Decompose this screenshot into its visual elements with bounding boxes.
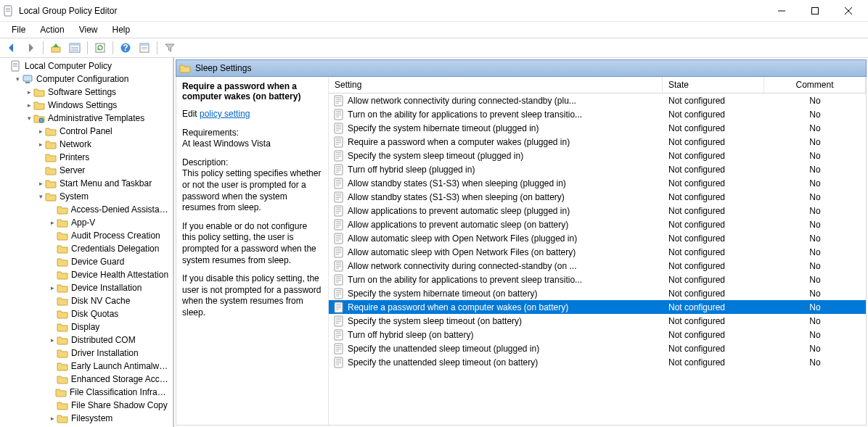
expand-icon[interactable]: ▸ — [25, 88, 33, 96]
tree-start-menu[interactable]: ▸Start Menu and Taskbar — [36, 177, 173, 190]
maximize-button[interactable] — [798, 0, 832, 22]
up-level-button[interactable] — [47, 40, 65, 56]
policy-row[interactable]: Allow standby states (S1-S3) when sleepi… — [329, 190, 866, 204]
edit-label: Edit — [182, 109, 200, 119]
policy-row[interactable]: Allow network connectivity during connec… — [329, 259, 866, 273]
policy-row[interactable]: Specify the system hibernate timeout (on… — [329, 286, 866, 300]
menu-action[interactable]: Action — [33, 23, 71, 36]
policy-row[interactable]: Allow applications to prevent automatic … — [329, 204, 866, 217]
back-button[interactable] — [3, 40, 20, 56]
tree-label: Computer Configuration — [36, 74, 128, 84]
policy-row[interactable]: Allow standby states (S1-S3) when sleepi… — [329, 176, 866, 190]
policy-row[interactable]: Specify the system sleep timeout (plugge… — [329, 149, 866, 162]
menu-help[interactable]: Help — [105, 23, 138, 36]
folder-icon — [57, 204, 68, 215]
folder-icon — [57, 334, 68, 346]
tree-item[interactable]: ▸App-V — [48, 216, 173, 229]
collapse-icon[interactable]: ▾ — [36, 192, 45, 201]
filter-button[interactable] — [161, 40, 179, 56]
tree-system[interactable]: ▾System — [36, 190, 173, 203]
collapse-icon[interactable]: ▾ — [25, 114, 33, 123]
export-list-button[interactable] — [91, 40, 109, 56]
minimize-button[interactable] — [765, 0, 798, 22]
tree-item[interactable]: ▸Filesystem — [48, 412, 173, 425]
tree-item[interactable]: Disk NV Cache — [48, 294, 173, 307]
policy-row[interactable]: Specify the system sleep timeout (on bat… — [329, 314, 866, 328]
policy-icon — [333, 315, 345, 327]
tree-item[interactable]: Access-Denied Assistance — [48, 203, 173, 216]
tree-item[interactable]: Early Launch Antimalware — [48, 360, 173, 373]
close-button[interactable] — [832, 0, 865, 22]
tree-control-panel[interactable]: ▸Control Panel — [36, 125, 173, 138]
show-hide-tree-button[interactable] — [66, 40, 83, 56]
policy-row[interactable]: Allow applications to prevent automatic … — [329, 217, 866, 231]
edit-policy-link[interactable]: policy setting — [200, 109, 250, 119]
expand-icon[interactable]: ▸ — [36, 127, 45, 136]
column-setting[interactable]: Setting — [329, 77, 663, 93]
tree-item[interactable]: Display — [48, 320, 173, 333]
collapse-icon[interactable]: ▾ — [13, 75, 22, 83]
policy-row[interactable]: Turn on the ability for applications to … — [329, 273, 866, 286]
policy-list[interactable]: Setting State Comment Allow network conn… — [329, 77, 866, 425]
tree-server[interactable]: Server — [36, 164, 173, 177]
policy-row[interactable]: Specify the unattended sleep timeout (pl… — [329, 341, 866, 355]
tree-label: Device Installation — [71, 283, 142, 293]
column-state[interactable]: State — [663, 77, 764, 93]
folder-icon — [57, 230, 68, 241]
policy-state-text: Not configured — [663, 220, 764, 230]
policy-row[interactable]: Turn off hybrid sleep (on battery)Not co… — [329, 328, 866, 341]
policy-row[interactable]: Allow automatic sleep with Open Network … — [329, 245, 866, 259]
tree-label: Audit Process Creation — [71, 231, 160, 241]
policy-row[interactable]: Allow network connectivity during connec… — [329, 94, 866, 107]
help-button[interactable] — [117, 40, 134, 56]
tree-item[interactable]: Enhanced Storage Access — [48, 373, 173, 386]
policy-state-text: Not configured — [663, 357, 764, 368]
tree-item[interactable]: Disk Quotas — [48, 307, 173, 320]
main-area: Local Computer Policy ▾ Computer Configu… — [0, 58, 868, 427]
folder-icon — [45, 191, 57, 202]
forward-button[interactable] — [22, 40, 39, 56]
expand-icon[interactable]: ▸ — [25, 101, 33, 109]
policy-row[interactable]: Require a password when a computer wakes… — [329, 135, 866, 149]
tree-network[interactable]: ▸Network — [36, 138, 173, 151]
tree-windows-settings[interactable]: ▸Windows Settings — [25, 99, 173, 112]
tree-label: Server — [60, 165, 85, 175]
column-comment[interactable]: Comment — [764, 77, 866, 93]
folder-icon — [57, 269, 68, 281]
policy-state-text: Not configured — [663, 233, 764, 244]
policy-row[interactable]: Require a password when a computer wakes… — [329, 300, 866, 314]
tree-item[interactable]: Device Guard — [48, 255, 173, 268]
tree-administrative-templates[interactable]: ▾Administrative Templates — [25, 112, 173, 125]
tree-item[interactable]: Driver Installation — [48, 347, 173, 360]
expand-icon[interactable]: ▸ — [36, 179, 45, 188]
tree-item[interactable]: Audit Process Creation — [48, 229, 173, 242]
tree-item[interactable]: File Classification Infrastructure — [48, 386, 173, 399]
tree-software-settings[interactable]: ▸Software Settings — [25, 86, 173, 99]
expand-icon[interactable]: ▸ — [48, 336, 57, 344]
policy-row[interactable]: Specify the unattended sleep timeout (on… — [329, 355, 866, 369]
tree-label: Access-Denied Assistance — [71, 204, 170, 215]
tree-item[interactable]: File Share Shadow Copy — [48, 399, 173, 412]
expand-icon[interactable]: ▸ — [48, 283, 57, 292]
policy-row[interactable]: Allow automatic sleep with Open Network … — [329, 231, 866, 245]
tree-item[interactable]: Credentials Delegation — [48, 242, 173, 255]
properties-button[interactable] — [136, 40, 153, 56]
menubar: File Action View Help — [0, 22, 868, 38]
expand-icon[interactable]: ▸ — [36, 140, 45, 149]
tree-pane[interactable]: Local Computer Policy ▾ Computer Configu… — [0, 58, 174, 427]
policy-row[interactable]: Turn off hybrid sleep (plugged in)Not co… — [329, 162, 866, 176]
separator — [157, 41, 157, 54]
expand-icon[interactable]: ▸ — [48, 218, 57, 227]
tree-printers[interactable]: Printers — [36, 151, 173, 164]
tree-root[interactable]: Local Computer Policy — [1, 59, 173, 72]
policy-row[interactable]: Turn on the ability for applications to … — [329, 107, 866, 121]
policy-row[interactable]: Specify the system hibernate timeout (pl… — [329, 121, 866, 135]
policy-setting-text: Turn off hybrid sleep (on battery) — [348, 330, 473, 340]
menu-file[interactable]: File — [4, 23, 33, 36]
tree-item[interactable]: ▸Distributed COM — [48, 333, 173, 347]
tree-computer-configuration[interactable]: ▾ Computer Configuration — [13, 72, 173, 86]
menu-view[interactable]: View — [72, 23, 105, 36]
tree-item[interactable]: ▸Device Installation — [48, 281, 173, 294]
tree-item[interactable]: Device Health Attestation — [48, 268, 173, 281]
expand-icon[interactable]: ▸ — [48, 414, 57, 423]
